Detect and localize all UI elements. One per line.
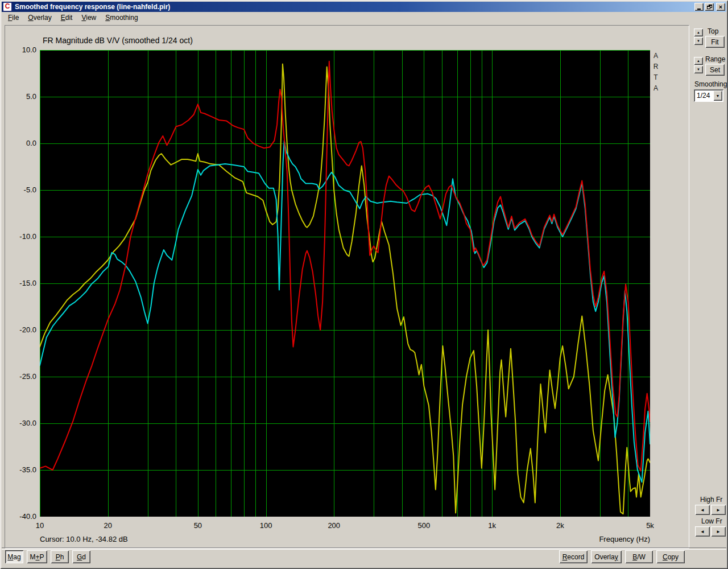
mag-button[interactable]: Mag [5,550,23,563]
up-arrow-icon: ▲ [697,31,700,34]
x-tick-label: 50 [194,521,202,530]
menu-overlay[interactable]: Overlay [23,13,56,23]
x-tick-label: 100 [260,521,272,530]
left-arrow-icon: ◄ [700,508,705,513]
y-tick-label: 10.0 [3,46,36,55]
minimize-button[interactable] [694,3,704,11]
curve-yellow [40,64,650,514]
y-tick-label: -20.0 [3,325,36,335]
restore-icon [707,5,712,9]
gd-button[interactable]: Gd [72,550,90,563]
top-spinner-up-button[interactable]: ▲ [694,28,703,36]
close-button[interactable]: × [716,3,725,11]
right-arrow-icon: ► [716,529,721,534]
top-spinner: ▲ ▼ [694,28,703,45]
left-arrow-icon: ◄ [700,529,705,534]
y-tick-label: 5.0 [3,92,36,101]
smoothing-label: Smoothing [694,80,727,88]
x-tick-label: 2k [556,521,564,530]
window-title: Smoothed frequency response (line-nahfel… [15,3,694,11]
low-fr-label: Low Fr [701,517,722,525]
down-arrow-icon: ▼ [697,39,700,43]
y-tick-label: 0.0 [3,139,36,148]
down-arrow-icon: ▼ [697,68,700,71]
range-label: Range [705,55,725,63]
y-tick-label: -40.0 [3,512,36,521]
y-tick-label: -30.0 [3,419,36,428]
fr-plot[interactable] [40,50,650,517]
high-fr-right-button[interactable]: ► [711,505,726,515]
menu-view[interactable]: View [77,13,101,23]
grid-lines [40,50,650,517]
smoothing-value: 1/24 [694,92,713,100]
low-fr-right-button[interactable]: ► [711,526,726,537]
up-arrow-icon: ▲ [697,59,700,63]
range-spinner: ▲ ▼ [694,57,703,73]
low-fr-left-button[interactable]: ◄ [695,526,710,537]
x-tick-label: 20 [104,521,111,530]
minimize-icon [697,9,701,10]
top-label: Top [708,27,718,35]
fit-button[interactable]: Fit [705,36,725,48]
restore-button[interactable] [705,3,714,11]
right-arrow-icon: ► [716,508,721,513]
record-button[interactable]: Record [559,550,588,563]
smoothing-select[interactable]: 1/24 ▼ [694,89,723,102]
ph-button[interactable]: Ph [51,550,69,563]
m-p-button[interactable]: M+P [27,550,47,563]
y-tick-label: -35.0 [3,465,36,475]
y-tick-label: -5.0 [3,185,36,195]
overlay-button[interactable]: Overlay [591,550,622,563]
window-controls: × [694,3,725,11]
y-tick-label: -15.0 [3,279,36,288]
menu-bar: FileOverlayEditViewSmoothing [2,12,726,23]
high-fr-label: High Fr [700,496,722,504]
x-tick-label: 500 [418,521,431,530]
toolbar-separator [2,547,726,550]
curve-red [40,61,650,471]
arta-watermark: ARTA [652,51,659,94]
menu-file[interactable]: File [3,13,23,23]
high-fr-left-button[interactable]: ◄ [695,505,710,515]
x-tick-label: 200 [328,521,340,530]
range-spinner-up-button[interactable]: ▲ [694,57,703,65]
plot-title: FR Magnitude dB V/V (smoothed 1/24 oct) [43,36,193,45]
range-spinner-down-button[interactable]: ▼ [694,65,703,73]
cursor-readout: Cursor: 10.0 Hz, -34.82 dB [40,535,128,543]
x-tick-label: 5k [646,521,654,530]
copy-button[interactable]: Copy [656,550,685,563]
x-tick-label: 1k [488,521,496,530]
app-icon: C [3,2,12,11]
close-icon: × [719,4,722,10]
x-tick-label: 10 [36,521,44,530]
x-axis-title: Frequency (Hz) [599,535,650,543]
chevron-down-icon: ▼ [716,94,720,98]
top-spinner-down-button[interactable]: ▼ [694,37,703,45]
menu-edit[interactable]: Edit [56,13,77,23]
display-mode-buttons: MagM+PPhGd [5,550,94,563]
action-buttons: RecordOverlayB/WCopy [559,550,688,563]
menu-smoothing[interactable]: Smoothing [101,13,142,23]
y-tick-label: -10.0 [3,232,36,241]
b-w-button[interactable]: B/W [625,550,653,563]
set-button[interactable]: Set [705,64,725,76]
title-bar: C Smoothed frequency response (line-nahf… [2,2,726,12]
smoothing-dropdown-button[interactable]: ▼ [713,90,722,101]
curve-cyan [40,141,650,482]
y-tick-label: -25.0 [3,372,36,381]
